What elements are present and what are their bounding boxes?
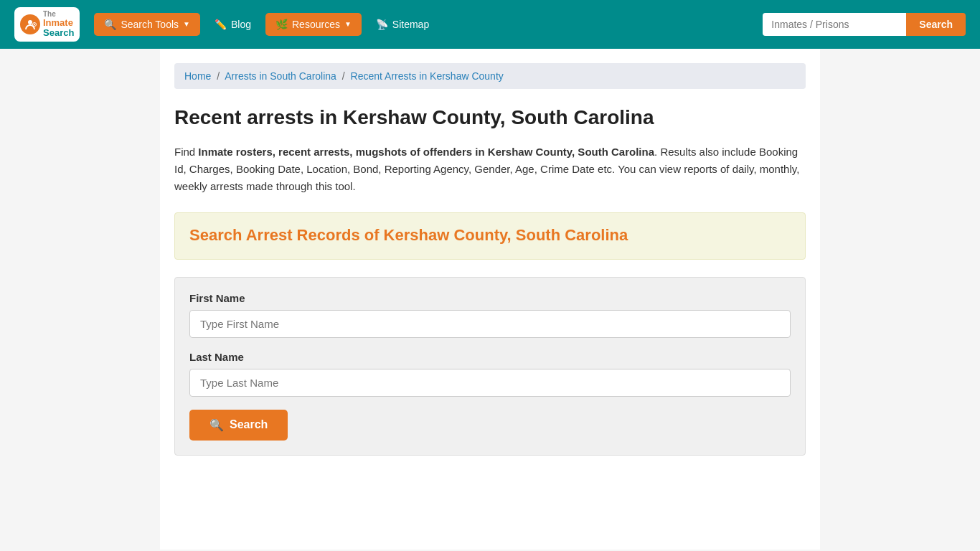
first-name-group: First Name xyxy=(189,292,791,338)
breadcrumb-sep-1: / xyxy=(217,70,220,82)
main-content: Home / Arrests in South Carolina / Recen… xyxy=(160,49,820,550)
logo-link[interactable]: The Inmate Search xyxy=(14,7,80,42)
sitemap-icon: 📡 xyxy=(376,19,388,30)
last-name-group: Last Name xyxy=(189,351,791,397)
search-form: First Name Last Name 🔍 Search xyxy=(174,277,806,456)
breadcrumb-home-link[interactable]: Home xyxy=(184,70,211,82)
resources-label: Resources xyxy=(292,19,340,30)
description-intro: Find xyxy=(174,146,198,158)
search-section: Search Arrest Records of Kershaw County,… xyxy=(174,212,806,260)
last-name-input[interactable] xyxy=(189,369,791,397)
search-tools-button[interactable]: 🔍 Search Tools ▼ xyxy=(94,13,200,36)
header-search-button[interactable]: Search xyxy=(906,13,966,36)
breadcrumb-current-link[interactable]: Recent Arrests in Kershaw County xyxy=(351,70,504,82)
logo-icon xyxy=(20,14,40,34)
logo-box: The Inmate Search xyxy=(14,7,80,42)
search-section-title: Search Arrest Records of Kershaw County,… xyxy=(189,226,791,245)
blog-button[interactable]: ✏️ Blog xyxy=(207,13,258,36)
page-description: Find Inmate rosters, recent arrests, mug… xyxy=(174,143,806,195)
description-bold: Inmate rosters, recent arrests, mugshots… xyxy=(198,146,654,158)
header: The Inmate Search 🔍 Search Tools ▼ ✏️ Bl… xyxy=(0,0,980,49)
resources-icon: 🌿 xyxy=(275,19,288,30)
search-submit-button[interactable]: 🔍 Search xyxy=(189,410,288,441)
sitemap-button[interactable]: 📡 Sitemap xyxy=(369,13,436,36)
blog-icon: ✏️ xyxy=(215,19,227,30)
sitemap-label: Sitemap xyxy=(392,19,429,30)
search-submit-label: Search xyxy=(230,418,268,431)
search-tools-label: Search Tools xyxy=(121,19,179,30)
last-name-label: Last Name xyxy=(189,351,791,363)
breadcrumb-sep-2: / xyxy=(342,70,345,82)
search-tools-icon: 🔍 xyxy=(104,19,116,30)
search-submit-icon: 🔍 xyxy=(209,418,224,432)
page-title: Recent arrests in Kershaw County, South … xyxy=(174,106,806,129)
blog-label: Blog xyxy=(231,19,251,30)
first-name-label: First Name xyxy=(189,292,791,304)
header-search-input[interactable] xyxy=(763,13,906,36)
resources-button[interactable]: 🌿 Resources ▼ xyxy=(265,13,362,36)
resources-caret-icon: ▼ xyxy=(344,20,352,28)
logo-text: The Inmate Search xyxy=(43,10,74,39)
svg-point-0 xyxy=(28,20,32,24)
header-search-label: Search xyxy=(919,19,953,30)
header-search-area: Search xyxy=(763,13,966,36)
breadcrumb: Home / Arrests in South Carolina / Recen… xyxy=(174,63,806,89)
search-tools-caret-icon: ▼ xyxy=(183,20,190,28)
first-name-input[interactable] xyxy=(189,310,791,338)
breadcrumb-arrests-sc-link[interactable]: Arrests in South Carolina xyxy=(225,70,336,82)
